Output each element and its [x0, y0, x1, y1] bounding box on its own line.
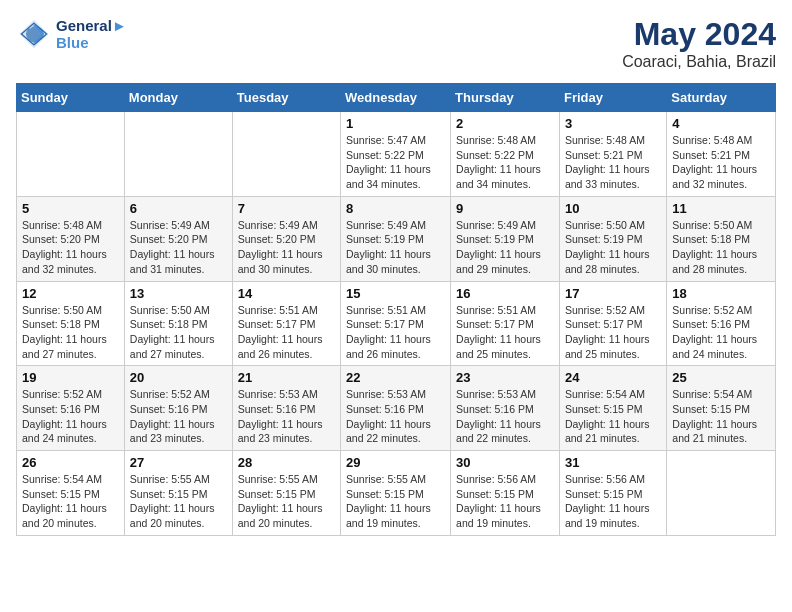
calendar-cell: 29Sunrise: 5:55 AM Sunset: 5:15 PM Dayli…	[341, 451, 451, 536]
day-info: Sunrise: 5:52 AM Sunset: 5:16 PM Dayligh…	[672, 303, 770, 362]
day-info: Sunrise: 5:54 AM Sunset: 5:15 PM Dayligh…	[565, 387, 661, 446]
day-info: Sunrise: 5:49 AM Sunset: 5:20 PM Dayligh…	[130, 218, 227, 277]
weekday-header-tuesday: Tuesday	[232, 84, 340, 112]
day-number: 15	[346, 286, 445, 301]
calendar-cell: 4Sunrise: 5:48 AM Sunset: 5:21 PM Daylig…	[667, 112, 776, 197]
calendar-cell	[124, 112, 232, 197]
calendar-week-3: 12Sunrise: 5:50 AM Sunset: 5:18 PM Dayli…	[17, 281, 776, 366]
calendar-week-2: 5Sunrise: 5:48 AM Sunset: 5:20 PM Daylig…	[17, 196, 776, 281]
weekday-header-friday: Friday	[559, 84, 666, 112]
day-info: Sunrise: 5:48 AM Sunset: 5:22 PM Dayligh…	[456, 133, 554, 192]
day-number: 23	[456, 370, 554, 385]
day-info: Sunrise: 5:51 AM Sunset: 5:17 PM Dayligh…	[346, 303, 445, 362]
calendar-cell: 28Sunrise: 5:55 AM Sunset: 5:15 PM Dayli…	[232, 451, 340, 536]
day-number: 19	[22, 370, 119, 385]
day-info: Sunrise: 5:56 AM Sunset: 5:15 PM Dayligh…	[565, 472, 661, 531]
calendar-cell: 2Sunrise: 5:48 AM Sunset: 5:22 PM Daylig…	[451, 112, 560, 197]
day-info: Sunrise: 5:52 AM Sunset: 5:16 PM Dayligh…	[22, 387, 119, 446]
logo: General► Blue	[16, 16, 127, 52]
calendar-cell: 22Sunrise: 5:53 AM Sunset: 5:16 PM Dayli…	[341, 366, 451, 451]
day-info: Sunrise: 5:50 AM Sunset: 5:19 PM Dayligh…	[565, 218, 661, 277]
calendar-cell: 8Sunrise: 5:49 AM Sunset: 5:19 PM Daylig…	[341, 196, 451, 281]
calendar-week-1: 1Sunrise: 5:47 AM Sunset: 5:22 PM Daylig…	[17, 112, 776, 197]
calendar-cell: 1Sunrise: 5:47 AM Sunset: 5:22 PM Daylig…	[341, 112, 451, 197]
day-info: Sunrise: 5:48 AM Sunset: 5:21 PM Dayligh…	[672, 133, 770, 192]
day-info: Sunrise: 5:54 AM Sunset: 5:15 PM Dayligh…	[22, 472, 119, 531]
title-block: May 2024 Coaraci, Bahia, Brazil	[622, 16, 776, 71]
weekday-header-monday: Monday	[124, 84, 232, 112]
calendar-cell: 25Sunrise: 5:54 AM Sunset: 5:15 PM Dayli…	[667, 366, 776, 451]
day-info: Sunrise: 5:49 AM Sunset: 5:19 PM Dayligh…	[346, 218, 445, 277]
day-number: 26	[22, 455, 119, 470]
calendar-cell	[667, 451, 776, 536]
calendar-cell: 12Sunrise: 5:50 AM Sunset: 5:18 PM Dayli…	[17, 281, 125, 366]
day-info: Sunrise: 5:53 AM Sunset: 5:16 PM Dayligh…	[238, 387, 335, 446]
day-number: 27	[130, 455, 227, 470]
page-header: General► Blue May 2024 Coaraci, Bahia, B…	[16, 16, 776, 71]
calendar-cell: 7Sunrise: 5:49 AM Sunset: 5:20 PM Daylig…	[232, 196, 340, 281]
logo-icon	[16, 16, 52, 52]
calendar-week-4: 19Sunrise: 5:52 AM Sunset: 5:16 PM Dayli…	[17, 366, 776, 451]
day-info: Sunrise: 5:50 AM Sunset: 5:18 PM Dayligh…	[672, 218, 770, 277]
day-number: 5	[22, 201, 119, 216]
weekday-header-wednesday: Wednesday	[341, 84, 451, 112]
day-number: 31	[565, 455, 661, 470]
calendar-cell: 30Sunrise: 5:56 AM Sunset: 5:15 PM Dayli…	[451, 451, 560, 536]
day-number: 21	[238, 370, 335, 385]
logo-text: General► Blue	[56, 17, 127, 51]
day-info: Sunrise: 5:55 AM Sunset: 5:15 PM Dayligh…	[346, 472, 445, 531]
calendar-table: SundayMondayTuesdayWednesdayThursdayFrid…	[16, 83, 776, 536]
day-number: 18	[672, 286, 770, 301]
day-number: 1	[346, 116, 445, 131]
day-number: 2	[456, 116, 554, 131]
day-number: 17	[565, 286, 661, 301]
calendar-title: May 2024	[622, 16, 776, 53]
calendar-cell: 5Sunrise: 5:48 AM Sunset: 5:20 PM Daylig…	[17, 196, 125, 281]
day-info: Sunrise: 5:55 AM Sunset: 5:15 PM Dayligh…	[238, 472, 335, 531]
day-number: 7	[238, 201, 335, 216]
day-info: Sunrise: 5:47 AM Sunset: 5:22 PM Dayligh…	[346, 133, 445, 192]
day-info: Sunrise: 5:51 AM Sunset: 5:17 PM Dayligh…	[238, 303, 335, 362]
day-info: Sunrise: 5:49 AM Sunset: 5:19 PM Dayligh…	[456, 218, 554, 277]
calendar-cell	[17, 112, 125, 197]
day-info: Sunrise: 5:51 AM Sunset: 5:17 PM Dayligh…	[456, 303, 554, 362]
day-info: Sunrise: 5:50 AM Sunset: 5:18 PM Dayligh…	[22, 303, 119, 362]
calendar-cell: 16Sunrise: 5:51 AM Sunset: 5:17 PM Dayli…	[451, 281, 560, 366]
calendar-cell: 20Sunrise: 5:52 AM Sunset: 5:16 PM Dayli…	[124, 366, 232, 451]
day-number: 29	[346, 455, 445, 470]
day-number: 20	[130, 370, 227, 385]
calendar-cell: 15Sunrise: 5:51 AM Sunset: 5:17 PM Dayli…	[341, 281, 451, 366]
day-number: 25	[672, 370, 770, 385]
day-number: 24	[565, 370, 661, 385]
calendar-cell: 17Sunrise: 5:52 AM Sunset: 5:17 PM Dayli…	[559, 281, 666, 366]
calendar-cell: 10Sunrise: 5:50 AM Sunset: 5:19 PM Dayli…	[559, 196, 666, 281]
day-number: 3	[565, 116, 661, 131]
calendar-week-5: 26Sunrise: 5:54 AM Sunset: 5:15 PM Dayli…	[17, 451, 776, 536]
calendar-cell: 9Sunrise: 5:49 AM Sunset: 5:19 PM Daylig…	[451, 196, 560, 281]
calendar-cell: 24Sunrise: 5:54 AM Sunset: 5:15 PM Dayli…	[559, 366, 666, 451]
day-number: 8	[346, 201, 445, 216]
day-number: 10	[565, 201, 661, 216]
day-number: 30	[456, 455, 554, 470]
calendar-cell: 18Sunrise: 5:52 AM Sunset: 5:16 PM Dayli…	[667, 281, 776, 366]
day-info: Sunrise: 5:53 AM Sunset: 5:16 PM Dayligh…	[346, 387, 445, 446]
weekday-header-row: SundayMondayTuesdayWednesdayThursdayFrid…	[17, 84, 776, 112]
calendar-cell: 27Sunrise: 5:55 AM Sunset: 5:15 PM Dayli…	[124, 451, 232, 536]
day-info: Sunrise: 5:53 AM Sunset: 5:16 PM Dayligh…	[456, 387, 554, 446]
weekday-header-saturday: Saturday	[667, 84, 776, 112]
day-info: Sunrise: 5:48 AM Sunset: 5:20 PM Dayligh…	[22, 218, 119, 277]
day-info: Sunrise: 5:48 AM Sunset: 5:21 PM Dayligh…	[565, 133, 661, 192]
calendar-cell: 11Sunrise: 5:50 AM Sunset: 5:18 PM Dayli…	[667, 196, 776, 281]
day-number: 28	[238, 455, 335, 470]
calendar-cell: 13Sunrise: 5:50 AM Sunset: 5:18 PM Dayli…	[124, 281, 232, 366]
calendar-subtitle: Coaraci, Bahia, Brazil	[622, 53, 776, 71]
calendar-cell: 26Sunrise: 5:54 AM Sunset: 5:15 PM Dayli…	[17, 451, 125, 536]
day-info: Sunrise: 5:55 AM Sunset: 5:15 PM Dayligh…	[130, 472, 227, 531]
calendar-cell: 19Sunrise: 5:52 AM Sunset: 5:16 PM Dayli…	[17, 366, 125, 451]
day-info: Sunrise: 5:50 AM Sunset: 5:18 PM Dayligh…	[130, 303, 227, 362]
calendar-cell: 21Sunrise: 5:53 AM Sunset: 5:16 PM Dayli…	[232, 366, 340, 451]
day-number: 6	[130, 201, 227, 216]
calendar-cell: 6Sunrise: 5:49 AM Sunset: 5:20 PM Daylig…	[124, 196, 232, 281]
weekday-header-sunday: Sunday	[17, 84, 125, 112]
calendar-cell: 14Sunrise: 5:51 AM Sunset: 5:17 PM Dayli…	[232, 281, 340, 366]
